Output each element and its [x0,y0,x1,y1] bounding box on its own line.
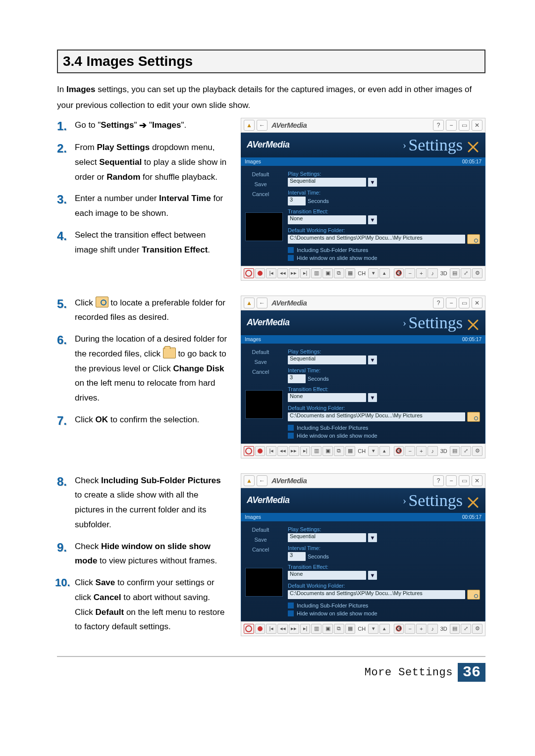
stop-button[interactable] [244,624,254,634]
help-button[interactable]: ? [433,120,444,131]
vol-up-button[interactable]: + [416,446,427,456]
interval-time-input[interactable]: 3 [288,552,306,561]
skip-start-button[interactable]: |◂ [266,624,276,634]
interval-time-input[interactable]: 3 [288,374,306,383]
settings-button[interactable]: ⚙ [472,624,482,634]
sidebar-default-button[interactable]: Default [245,525,276,534]
sidebar-cancel-button[interactable]: Cancel [245,367,276,376]
skip-start-button[interactable]: |◂ [266,268,276,278]
forward-button[interactable]: ▸▸ [289,624,299,634]
mute-button[interactable]: 🔇 [394,446,404,456]
back-button[interactable]: ← [257,475,268,486]
toolbar-button[interactable]: ▤ [450,446,460,456]
hide-window-checkbox[interactable]: Hide window on slide show mode [288,255,480,261]
toolbar-button[interactable]: ♪ [428,624,438,634]
toolbar-button[interactable]: ⧉ [334,268,344,278]
vol-down-button[interactable]: − [405,446,415,456]
transition-effect-select[interactable]: None [288,215,366,224]
help-button[interactable]: ? [433,475,444,486]
skip-end-button[interactable]: ▸| [300,624,311,634]
settings-button[interactable]: ⚙ [472,446,482,456]
close-button[interactable]: ✕ [472,298,482,308]
include-subfolder-checkbox[interactable]: Including Sub-Folder Pictures [288,603,480,608]
minimize-button[interactable]: − [446,120,457,131]
toolbar-button[interactable]: ⤢ [461,624,471,634]
include-subfolder-checkbox[interactable]: Including Sub-Folder Pictures [288,247,480,253]
sidebar-default-button[interactable]: Default [245,348,276,356]
mute-button[interactable]: 🔇 [394,624,404,634]
rewind-button[interactable]: ◂◂ [277,446,288,456]
browse-button[interactable] [467,234,480,244]
browse-button[interactable] [467,412,480,422]
chevron-down-icon[interactable]: ▼ [368,393,377,402]
toolbar-button[interactable]: ▣ [322,268,333,278]
include-subfolder-checkbox[interactable]: Including Sub-Folder Pictures [288,425,480,431]
close-button[interactable]: ✕ [472,120,482,131]
ch-up-button[interactable]: ▴ [379,446,390,456]
close-button[interactable]: ✕ [472,475,482,486]
vol-down-button[interactable]: − [405,268,415,278]
skip-end-button[interactable]: ▸| [300,446,311,456]
skip-start-button[interactable]: |◂ [266,446,276,456]
toolbar-button[interactable]: ♪ [428,268,438,278]
ch-up-button[interactable]: ▴ [379,624,390,634]
toolbar-button[interactable]: ▦ [345,268,356,278]
maximize-button[interactable]: ▭ [459,120,470,131]
interval-time-input[interactable]: 3 [288,197,306,205]
play-settings-select[interactable]: Sequential [288,533,366,542]
rewind-button[interactable]: ◂◂ [277,268,288,278]
stop-button[interactable] [244,446,254,456]
record-button[interactable] [255,446,266,456]
toolbar-button[interactable]: ▣ [322,446,333,456]
working-folder-input[interactable]: C:\Documents and Settings\XP\My Docu...\… [288,590,465,599]
browse-button[interactable] [467,590,480,600]
vol-up-button[interactable]: + [416,624,427,634]
ch-down-button[interactable]: ▾ [368,446,378,456]
minimize-button[interactable]: − [446,298,457,308]
chevron-down-icon[interactable]: ▼ [368,571,377,580]
transition-effect-select[interactable]: None [288,571,366,580]
stop-button[interactable] [244,268,254,278]
chevron-down-icon[interactable]: ▼ [368,178,377,187]
settings-button[interactable]: ⚙ [472,268,482,278]
toolbar-button[interactable]: ⤢ [461,446,471,456]
hide-window-checkbox[interactable]: Hide window on slide show mode [288,610,480,616]
maximize-button[interactable]: ▭ [459,475,470,486]
skip-end-button[interactable]: ▸| [300,268,311,278]
maximize-button[interactable]: ▭ [459,298,470,308]
ch-up-button[interactable]: ▴ [379,268,390,278]
chevron-down-icon[interactable]: ▼ [368,215,377,224]
vol-up-button[interactable]: + [416,268,427,278]
sidebar-save-button[interactable]: Save [245,535,276,544]
forward-button[interactable]: ▸▸ [289,268,299,278]
play-settings-select[interactable]: Sequential [288,178,366,187]
toolbar-button[interactable]: ⧉ [334,624,344,634]
record-button[interactable] [255,624,266,634]
forward-button[interactable]: ▸▸ [289,446,299,456]
working-folder-input[interactable]: C:\Documents and Settings\XP\My Docu...\… [288,235,465,244]
hide-window-checkbox[interactable]: Hide window on slide show mode [288,433,480,439]
working-folder-input[interactable]: C:\Documents and Settings\XP\My Docu...\… [288,412,465,421]
toolbar-button[interactable]: ▥ [311,624,321,634]
toolbar-button[interactable]: ▤ [450,268,460,278]
toolbar-button[interactable]: ▣ [322,624,333,634]
mute-button[interactable]: 🔇 [394,268,404,278]
record-button[interactable] [255,268,266,278]
toolbar-button[interactable]: ⤢ [461,268,471,278]
toolbar-button[interactable]: ▦ [345,624,356,634]
back-button[interactable]: ← [257,298,268,308]
chevron-down-icon[interactable]: ▼ [368,355,377,364]
sidebar-cancel-button[interactable]: Cancel [245,190,276,199]
sidebar-save-button[interactable]: Save [245,357,276,366]
rewind-button[interactable]: ◂◂ [277,624,288,634]
toolbar-button[interactable]: ▥ [311,268,321,278]
ch-down-button[interactable]: ▾ [368,624,378,634]
ch-down-button[interactable]: ▾ [368,268,378,278]
play-settings-select[interactable]: Sequential [288,355,366,364]
help-button[interactable]: ? [433,298,444,308]
toolbar-button[interactable]: ♪ [428,446,438,456]
back-button[interactable]: ← [257,120,268,131]
toolbar-button[interactable]: ▤ [450,624,460,634]
toolbar-button[interactable]: ▦ [345,446,356,456]
transition-effect-select[interactable]: None [288,393,366,402]
